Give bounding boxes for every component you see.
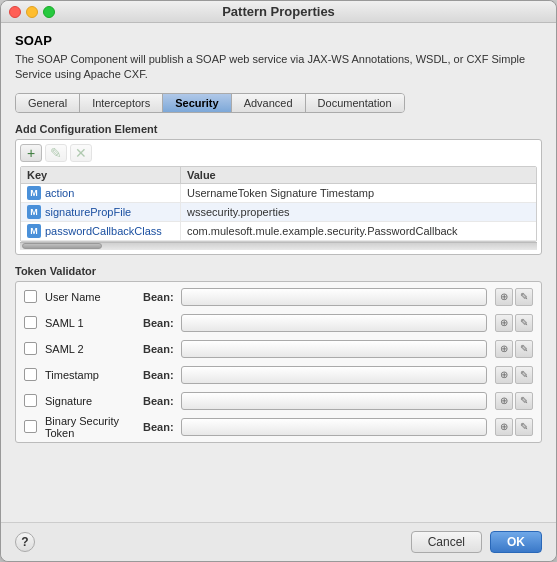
key-column-header: Key xyxy=(21,167,181,183)
saml2-checkbox[interactable] xyxy=(24,342,37,355)
row-actions: ⊕ ✎ xyxy=(495,418,533,436)
token-validator-section: Token Validator User Name Bean: ⊕ ✎ xyxy=(15,265,542,443)
binary-security-bean-select[interactable] xyxy=(181,418,487,436)
titlebar: Pattern Properties xyxy=(1,1,556,23)
signature-bean-select[interactable] xyxy=(181,392,487,410)
delete-config-button[interactable]: ✕ xyxy=(70,144,92,162)
signature-bean-select-wrapper xyxy=(181,392,487,410)
saml2-label: SAML 2 xyxy=(45,343,135,355)
signature-label: Signature xyxy=(45,395,135,407)
horizontal-scrollbar[interactable] xyxy=(20,242,537,250)
list-item: Timestamp Bean: ⊕ ✎ xyxy=(24,364,533,386)
footer: ? Cancel OK xyxy=(1,522,556,561)
token-validator-label: Token Validator xyxy=(15,265,542,277)
config-section: + ✎ ✕ Key Value M action UsernameToken xyxy=(15,139,542,255)
edit-row-button[interactable]: ✎ xyxy=(515,340,533,358)
table-row[interactable]: M signaturePropFile wssecurity.propertie… xyxy=(21,203,536,222)
maximize-button[interactable] xyxy=(43,6,55,18)
bean-label-5: Bean: xyxy=(143,421,173,433)
security-panel: Add Configuration Element + ✎ ✕ Key Valu… xyxy=(15,123,542,522)
token-validators-list: User Name Bean: ⊕ ✎ SAML 1 Bean: xyxy=(15,281,542,443)
row-actions: ⊕ ✎ xyxy=(495,366,533,384)
row-actions: ⊕ ✎ xyxy=(495,340,533,358)
scrollbar-thumb[interactable] xyxy=(22,243,102,249)
edit-row-button[interactable]: ✎ xyxy=(515,418,533,436)
timestamp-checkbox[interactable] xyxy=(24,368,37,381)
add-row-button[interactable]: ⊕ xyxy=(495,366,513,384)
saml2-bean-select[interactable] xyxy=(181,340,487,358)
list-item: SAML 1 Bean: ⊕ ✎ xyxy=(24,312,533,334)
list-item: User Name Bean: ⊕ ✎ xyxy=(24,286,533,308)
key-cell: M action xyxy=(21,184,181,202)
bean-label-3: Bean: xyxy=(143,369,173,381)
add-row-button[interactable]: ⊕ xyxy=(495,392,513,410)
add-row-button[interactable]: ⊕ xyxy=(495,418,513,436)
config-table: Key Value M action UsernameToken Signatu… xyxy=(20,166,537,242)
window-title: Pattern Properties xyxy=(222,4,335,19)
mule-icon: M xyxy=(27,205,41,219)
tab-interceptors[interactable]: Interceptors xyxy=(80,94,163,112)
row-actions: ⊕ ✎ xyxy=(495,392,533,410)
tab-advanced[interactable]: Advanced xyxy=(232,94,306,112)
row-actions: ⊕ ✎ xyxy=(495,314,533,332)
bean-label-2: Bean: xyxy=(143,343,173,355)
timestamp-bean-select-wrapper xyxy=(181,366,487,384)
list-item: Binary Security Token Bean: ⊕ ✎ xyxy=(24,416,533,438)
timestamp-label: Timestamp xyxy=(45,369,135,381)
username-checkbox[interactable] xyxy=(24,290,37,303)
ok-button[interactable]: OK xyxy=(490,531,542,553)
bean-label-0: Bean: xyxy=(143,291,173,303)
minimize-button[interactable] xyxy=(26,6,38,18)
help-button[interactable]: ? xyxy=(15,532,35,552)
value-cell: com.mulesoft.mule.example.security.Passw… xyxy=(181,222,536,240)
list-item: SAML 2 Bean: ⊕ ✎ xyxy=(24,338,533,360)
edit-config-button[interactable]: ✎ xyxy=(45,144,67,162)
binary-security-bean-select-wrapper xyxy=(181,418,487,436)
saml1-bean-select[interactable] xyxy=(181,314,487,332)
close-button[interactable] xyxy=(9,6,21,18)
row-actions: ⊕ ✎ xyxy=(495,288,533,306)
mule-icon: M xyxy=(27,224,41,238)
edit-row-button[interactable]: ✎ xyxy=(515,366,533,384)
table-row[interactable]: M passwordCallbackClass com.mulesoft.mul… xyxy=(21,222,536,241)
table-header-row: Key Value xyxy=(21,167,536,184)
config-toolbar: + ✎ ✕ xyxy=(20,144,537,162)
signature-checkbox[interactable] xyxy=(24,394,37,407)
add-row-button[interactable]: ⊕ xyxy=(495,340,513,358)
footer-buttons: Cancel OK xyxy=(411,531,542,553)
soap-header: SOAP xyxy=(15,33,542,48)
add-row-button[interactable]: ⊕ xyxy=(495,314,513,332)
saml1-label: SAML 1 xyxy=(45,317,135,329)
username-bean-select[interactable] xyxy=(181,288,487,306)
tab-bar: General Interceptors Security Advanced D… xyxy=(15,93,405,113)
key-cell: M signaturePropFile xyxy=(21,203,181,221)
edit-row-button[interactable]: ✎ xyxy=(515,392,533,410)
cancel-button[interactable]: Cancel xyxy=(411,531,482,553)
add-row-button[interactable]: ⊕ xyxy=(495,288,513,306)
binary-security-checkbox[interactable] xyxy=(24,420,37,433)
saml1-bean-select-wrapper xyxy=(181,314,487,332)
value-column-header: Value xyxy=(181,167,536,183)
edit-row-button[interactable]: ✎ xyxy=(515,314,533,332)
soap-description: The SOAP Component will publish a SOAP w… xyxy=(15,52,542,83)
username-bean-select-wrapper xyxy=(181,288,487,306)
saml1-checkbox[interactable] xyxy=(24,316,37,329)
tab-security[interactable]: Security xyxy=(163,94,231,112)
bean-label-4: Bean: xyxy=(143,395,173,407)
add-config-button[interactable]: + xyxy=(20,144,42,162)
binary-security-label: Binary Security Token xyxy=(45,415,135,439)
bean-label-1: Bean: xyxy=(143,317,173,329)
timestamp-bean-select[interactable] xyxy=(181,366,487,384)
value-cell: wssecurity.properties xyxy=(181,203,536,221)
table-row[interactable]: M action UsernameToken Signature Timesta… xyxy=(21,184,536,203)
saml2-bean-select-wrapper xyxy=(181,340,487,358)
key-cell: M passwordCallbackClass xyxy=(21,222,181,240)
list-item: Signature Bean: ⊕ ✎ xyxy=(24,390,533,412)
mule-icon: M xyxy=(27,186,41,200)
username-label: User Name xyxy=(45,291,135,303)
edit-row-button[interactable]: ✎ xyxy=(515,288,533,306)
traffic-lights xyxy=(9,6,55,18)
tab-general[interactable]: General xyxy=(16,94,80,112)
config-section-label: Add Configuration Element xyxy=(15,123,542,135)
tab-documentation[interactable]: Documentation xyxy=(306,94,404,112)
